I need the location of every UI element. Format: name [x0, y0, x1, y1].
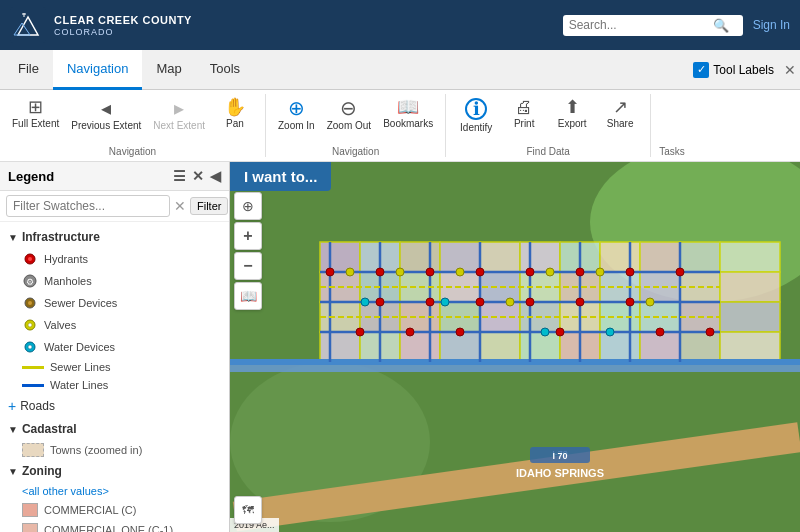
identify-label: Identify: [460, 122, 492, 134]
ribbon-btn-identify[interactable]: ℹ Identify: [454, 94, 498, 138]
svg-rect-57: [480, 332, 520, 362]
legend-section-cadastral[interactable]: ▼ Cadastral: [0, 418, 229, 440]
tool-labels-checkbox[interactable]: ✓: [693, 62, 709, 78]
locate-btn[interactable]: ⊕: [234, 192, 262, 220]
svg-point-92: [356, 328, 364, 336]
svg-rect-45: [680, 242, 720, 272]
sewer-devices-icon: [22, 295, 38, 311]
ribbon-btn-export[interactable]: ⬆ Export: [550, 94, 594, 134]
ribbon-btn-pan[interactable]: ✋ Pan: [213, 94, 257, 134]
close-toolbar-icon[interactable]: ✕: [784, 62, 796, 78]
commercial-c1-swatch: [22, 523, 38, 532]
svg-point-106: [441, 298, 449, 306]
ribbon-btn-previous-extent[interactable]: ◂ Previous Extent: [67, 94, 145, 136]
overview-map-btn[interactable]: 🗺: [234, 496, 262, 524]
zoom-in-map-btn[interactable]: +: [234, 222, 262, 250]
filter-clear-icon[interactable]: ✕: [174, 198, 186, 214]
map-canvas: IDAHO SPRINGS I-70 I 70: [230, 162, 800, 532]
ribbon-btn-share[interactable]: ↗ Share: [598, 94, 642, 134]
legend-item-sewer-lines: Sewer Lines: [0, 358, 229, 376]
svg-point-103: [646, 298, 654, 306]
map-nav-bottom: 🗺: [234, 496, 262, 524]
ribbon-btn-zoom-in[interactable]: ⊕ Zoom In: [274, 94, 319, 136]
svg-rect-58: [520, 332, 560, 362]
svg-point-93: [406, 328, 414, 336]
map-area[interactable]: IDAHO SPRINGS I-70 I 70 I want to... ⊕ +…: [230, 162, 800, 532]
svg-rect-24: [480, 242, 520, 272]
search-box[interactable]: 🔍: [563, 15, 743, 36]
svg-point-97: [706, 328, 714, 336]
svg-point-100: [456, 268, 464, 276]
legend-item-valves: Valves: [0, 314, 229, 336]
tab-tools[interactable]: Tools: [196, 50, 254, 90]
legend-section-roads[interactable]: + Roads: [0, 394, 229, 418]
legend-section-zoning[interactable]: ▼ Zoning: [0, 460, 229, 482]
sign-in-link[interactable]: Sign In: [753, 18, 790, 32]
hydrants-icon: [22, 251, 38, 267]
zoning-label: Zoning: [22, 464, 62, 478]
pan-icon: ✋: [224, 98, 246, 116]
svg-point-78: [326, 268, 334, 276]
legend-item-all-other[interactable]: <all other values>: [0, 482, 229, 500]
logo-icon: [10, 7, 46, 43]
svg-point-79: [376, 268, 384, 276]
tab-file[interactable]: File: [4, 50, 53, 90]
svg-rect-0: [10, 7, 46, 43]
search-input[interactable]: [569, 18, 709, 32]
legend-collapse-icon[interactable]: ◀: [210, 168, 221, 184]
svg-rect-63: [720, 332, 780, 362]
export-icon: ⬆: [565, 98, 580, 116]
ribbon-group-navigation: ⊞ Full Extent ◂ Previous Extent ▸ Next E…: [0, 94, 266, 157]
ribbon-btn-full-extent[interactable]: ⊞ Full Extent: [8, 94, 63, 134]
legend-close-icon[interactable]: ✕: [192, 168, 204, 184]
legend-menu-icon[interactable]: ☰: [173, 168, 186, 184]
manholes-icon: ⚙: [22, 273, 38, 289]
valves-icon: [22, 317, 38, 333]
ribbon-btn-zoom-out[interactable]: ⊖ Zoom Out: [323, 94, 375, 136]
towns-label: Towns (zoomed in): [50, 444, 142, 456]
zoom-out-label: Zoom Out: [327, 120, 371, 132]
sewer-devices-label: Sewer Devices: [44, 297, 117, 309]
ribbon-btn-print[interactable]: 🖨 Print: [502, 94, 546, 134]
zoom-out-map-btn[interactable]: −: [234, 252, 262, 280]
ribbon-group-label-navigation: Navigation: [109, 144, 156, 157]
svg-point-80: [426, 268, 434, 276]
share-label: Share: [607, 118, 634, 130]
previous-extent-icon: ◂: [101, 98, 111, 118]
commercial-c1-label: COMMERCIAL ONE (C-1): [44, 524, 173, 532]
ribbon-group-zoom: ⊕ Zoom In ⊖ Zoom Out 📖 Bookmarks Navigat…: [266, 94, 446, 157]
filter-swatches-input[interactable]: [6, 195, 170, 217]
legend-section-infrastructure[interactable]: ▼ Infrastructure: [0, 226, 229, 248]
search-icon[interactable]: 🔍: [713, 18, 729, 33]
svg-point-99: [396, 268, 404, 276]
tool-labels-toggle[interactable]: ✓ Tool Labels: [693, 62, 774, 78]
ribbon-zoom-buttons: ⊕ Zoom In ⊖ Zoom Out 📖 Bookmarks: [274, 94, 437, 144]
svg-point-12: [28, 323, 32, 327]
legend-item-commercial-c: COMMERCIAL (C): [0, 500, 229, 520]
zoom-out-icon: ⊖: [340, 98, 357, 118]
svg-point-85: [676, 268, 684, 276]
i-want-to-banner[interactable]: I want to...: [230, 162, 331, 191]
water-lines-swatch: [22, 384, 44, 387]
tab-navigation[interactable]: Navigation: [53, 50, 142, 90]
tool-labels-label: Tool Labels: [713, 63, 774, 77]
i-want-to-text: I want to...: [244, 168, 317, 185]
app-header: CLEAR CREEK COUNTY COLORADO 🔍 Sign In: [0, 0, 800, 50]
filter-button[interactable]: Filter: [190, 197, 228, 215]
zoom-in-icon: ⊕: [288, 98, 305, 118]
water-devices-icon: [22, 339, 38, 355]
valves-label: Valves: [44, 319, 76, 331]
tab-map[interactable]: Map: [142, 50, 195, 90]
legend-item-water-devices: Water Devices: [0, 336, 229, 358]
all-other-link[interactable]: <all other values>: [22, 485, 109, 497]
svg-rect-50: [720, 242, 780, 272]
bookmarks-map-btn[interactable]: 📖: [234, 282, 262, 310]
svg-text:⚙: ⚙: [26, 277, 34, 287]
map-tools: ⊕ + − 📖: [234, 192, 262, 310]
full-extent-icon: ⊞: [28, 98, 43, 116]
infrastructure-toggle-icon: ▼: [8, 232, 18, 243]
ribbon-group-find-data: ℹ Identify 🖨 Print ⬆ Export ↗ Share Find…: [446, 94, 651, 157]
legend-item-towns: Towns (zoomed in): [0, 440, 229, 460]
ribbon-btn-bookmarks[interactable]: 📖 Bookmarks: [379, 94, 437, 134]
sewer-lines-swatch: [22, 366, 44, 369]
